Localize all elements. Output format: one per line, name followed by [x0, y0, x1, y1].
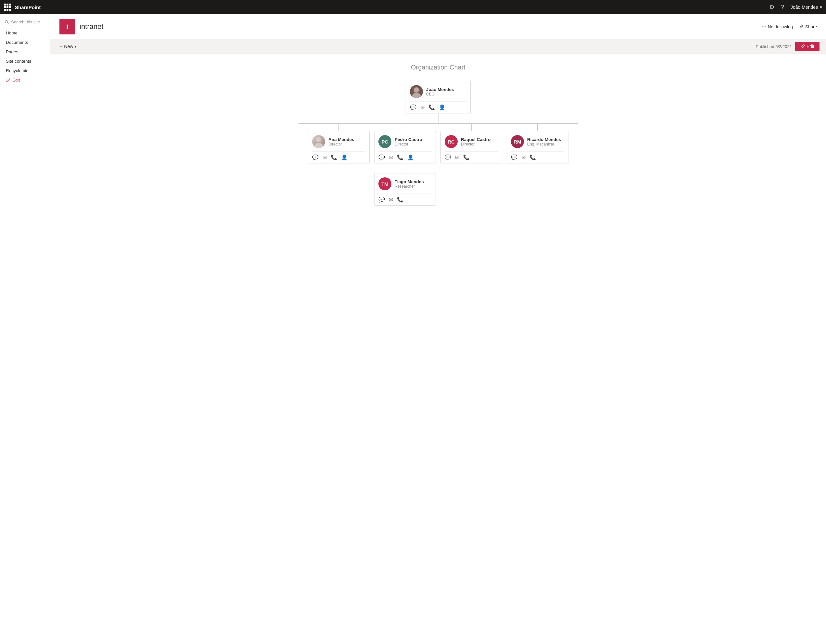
published-info: Published 5/2/2021 Edit	[756, 42, 820, 51]
svg-point-5	[314, 143, 323, 148]
top-nav: SharePoint ⚙ ? João Mendes ▾	[0, 0, 826, 14]
person-name-tiago: Tiago Mendes	[394, 179, 424, 184]
svg-point-3	[412, 93, 421, 98]
person-role-pedro: Director	[394, 142, 422, 146]
sidebar-item-pages[interactable]: Pages	[0, 47, 50, 56]
settings-icon[interactable]: ⚙	[769, 3, 774, 11]
search-input[interactable]: Search this site	[0, 17, 50, 28]
chat-icon-pedro[interactable]: 💬	[379, 154, 385, 160]
connector-ana-up	[338, 124, 339, 131]
main-area: i intranet ☆ Not following Share + New ▾	[50, 14, 826, 644]
email-icon-ceo[interactable]: ✉	[420, 104, 424, 110]
avatar-ana	[312, 135, 325, 148]
chat-icon-raquel[interactable]: 💬	[445, 154, 451, 160]
person-role-ceo: CEO	[426, 92, 454, 96]
org-chart-title: Organization Chart	[57, 64, 820, 71]
person-name-ana: Ana Mendes	[328, 137, 354, 142]
person-card-pedro: PC Pedro Castro Director 💬 ✉ 📞 👤	[374, 131, 436, 163]
connector-ceo-down	[438, 113, 438, 123]
person-name-raquel: Raquel Castro	[461, 137, 491, 142]
site-title: intranet	[79, 22, 103, 31]
connector-pedro-up	[405, 124, 405, 131]
top-nav-right: ⚙ ? João Mendes ▾	[769, 3, 822, 11]
person-card-ana: Ana Mendes Director 💬 ✉ 📞 👤	[308, 131, 370, 163]
email-icon-pedro[interactable]: ✉	[389, 154, 393, 160]
chat-icon-ceo[interactable]: 💬	[410, 104, 416, 110]
col-raquel: RC Raquel Castro Director 💬 ✉ 📞	[441, 124, 502, 163]
phone-icon-ceo[interactable]: 📞	[429, 104, 435, 110]
person-role-ana: Director	[328, 142, 354, 146]
col-ricardo: RM Ricardo Mendes Eng. Mecanical 💬 ✉ 📞	[507, 124, 568, 163]
avatar-tiago: TM	[379, 177, 391, 190]
email-icon-raquel[interactable]: ✉	[455, 154, 459, 160]
svg-point-2	[414, 87, 419, 93]
app-name: SharePoint	[15, 5, 40, 10]
sidebar-item-site-contents[interactable]: Site contents	[0, 56, 50, 66]
edit-button[interactable]: Edit	[795, 42, 820, 51]
org-icon-ceo[interactable]: 👤	[439, 104, 445, 110]
person-role-raquel: Director	[461, 142, 491, 146]
person-card-ricardo: RM Ricardo Mendes Eng. Mecanical 💬 ✉ 📞	[507, 131, 568, 163]
phone-icon-ricardo[interactable]: 📞	[529, 154, 536, 160]
svg-line-1	[8, 22, 9, 24]
phone-icon-tiago[interactable]: 📞	[397, 197, 404, 203]
edit-sidebar-link[interactable]: Edit	[0, 75, 50, 85]
help-icon[interactable]: ?	[781, 4, 784, 11]
svg-point-4	[316, 137, 321, 142]
email-icon-ricardo[interactable]: ✉	[521, 154, 526, 160]
site-header-left: i intranet	[59, 19, 103, 34]
email-icon-ana[interactable]: ✉	[323, 154, 327, 160]
sidebar-item-home[interactable]: Home	[0, 28, 50, 38]
col-pedro: PC Pedro Castro Director 💬 ✉ 📞 👤	[374, 124, 436, 206]
person-role-tiago: Researcher	[394, 184, 424, 189]
org-icon-pedro[interactable]: 👤	[407, 154, 414, 160]
person-card-tiago: TM Tiago Mendes Researcher 💬 ✉ 📞	[374, 173, 436, 206]
h-line-children	[298, 123, 578, 124]
sidebar: Search this site Home Documents Pages Si…	[0, 14, 50, 644]
person-card-raquel: RC Raquel Castro Director 💬 ✉ 📞	[441, 131, 502, 163]
content-area: Organization Chart João Mendes CEO	[50, 54, 826, 644]
sidebar-item-documents[interactable]: Documents	[0, 38, 50, 47]
person-card-ceo: João Mendes CEO 💬 ✉ 📞 👤	[406, 81, 470, 113]
person-name-ceo: João Mendes	[426, 87, 454, 92]
not-following-button[interactable]: ☆ Not following	[762, 24, 793, 30]
avatar-joao	[410, 85, 423, 98]
person-role-ricardo: Eng. Mecanical	[527, 142, 561, 146]
org-chart: João Mendes CEO 💬 ✉ 📞 👤	[57, 81, 820, 206]
person-name-ricardo: Ricardo Mendes	[527, 137, 561, 142]
phone-icon-raquel[interactable]: 📞	[463, 154, 470, 160]
chat-icon-ricardo[interactable]: 💬	[511, 154, 517, 160]
new-button[interactable]: + New ▾	[57, 42, 79, 51]
app-launcher-button[interactable]	[4, 3, 11, 11]
site-logo: i	[59, 19, 75, 34]
avatar-raquel: RC	[445, 135, 458, 148]
person-name-pedro: Pedro Castro	[394, 137, 422, 142]
sidebar-item-recycle-bin[interactable]: Recycle bin	[0, 66, 50, 75]
avatar-ricardo: RM	[511, 135, 524, 148]
site-header-right: ☆ Not following Share	[762, 24, 817, 30]
phone-icon-pedro[interactable]: 📞	[397, 154, 404, 160]
toolbar: + New ▾ Published 5/2/2021 Edit	[50, 39, 826, 54]
email-icon-tiago[interactable]: ✉	[389, 197, 393, 203]
col-ana: Ana Mendes Director 💬 ✉ 📞 👤	[308, 124, 370, 163]
share-button[interactable]: Share	[799, 24, 817, 29]
chat-icon-ana[interactable]: 💬	[312, 154, 319, 160]
connector-tiago-up	[405, 163, 405, 173]
svg-point-0	[5, 20, 8, 23]
person-actions-ceo: 💬 ✉ 📞 👤	[410, 101, 466, 110]
connector-ricardo-up	[537, 124, 538, 131]
layout: Search this site Home Documents Pages Si…	[0, 14, 826, 644]
phone-icon-ana[interactable]: 📞	[331, 154, 337, 160]
user-menu[interactable]: João Mendes ▾	[790, 5, 822, 10]
chat-icon-tiago[interactable]: 💬	[379, 197, 385, 203]
avatar-pedro: PC	[379, 135, 391, 148]
site-header: i intranet ☆ Not following Share	[50, 14, 826, 39]
connector-raquel-up	[471, 124, 472, 131]
children-level: Ana Mendes Director 💬 ✉ 📞 👤	[298, 124, 578, 206]
org-icon-ana[interactable]: 👤	[341, 154, 348, 160]
